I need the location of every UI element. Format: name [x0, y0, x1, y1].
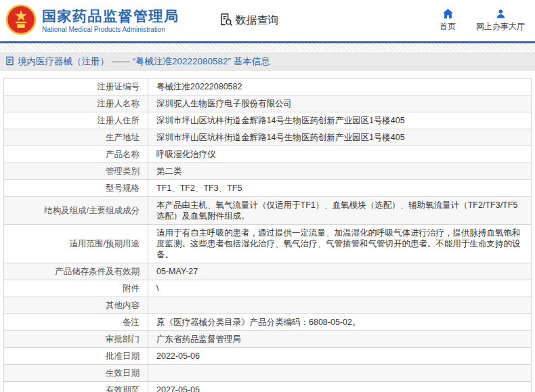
- table-row: 有效期至 2027-05-05: [4, 382, 532, 392]
- row-value: 原《医疗器械分类目录》产品分类编码：6808-05-02。: [148, 314, 532, 331]
- row-label: 批准日期: [106, 351, 140, 361]
- national-emblem-icon: [5, 4, 37, 38]
- row-value: 05-MAY-27: [148, 263, 532, 280]
- agency-name-zh: 国家药品监督管理局: [42, 8, 179, 24]
- registration-table-body: 注册证编号 粤械注准20222080582 注册人名称 深圳驼人生物医疗电子股份…: [4, 79, 532, 392]
- row-label: 产品储存条件及有效期: [55, 267, 140, 276]
- table-row: 适用范围/预期用途 适用于有自主呼吸的患者，通过提供一定流量、加温湿化的呼吸气体…: [4, 225, 532, 263]
- person-icon: [496, 9, 506, 19]
- row-label: 其他内容: [106, 301, 140, 310]
- table-row: 注册证编号 粤械注准20222080582: [4, 79, 532, 95]
- row-label: 审批部门: [106, 334, 140, 344]
- home-icon: [442, 9, 454, 19]
- row-value: TF1、TF2、TF3、TF5: [148, 180, 532, 197]
- table-row: 备注 原《医疗器械分类目录》产品分类编码：6808-05-02。: [4, 314, 532, 331]
- row-value: \: [148, 280, 532, 297]
- nav-data-query-label: 数据查询: [236, 14, 279, 28]
- row-value: 第二类: [148, 163, 532, 180]
- table-row: 产品储存条件及有效期 05-MAY-27: [4, 263, 532, 280]
- table-row: 生效日期: [4, 365, 532, 382]
- page-title: 境内医疗器械（注册） —— “粤械注准20222080582” 基本信息: [18, 56, 270, 68]
- row-value: 深圳驼人生物医疗电子股份有限公司: [148, 95, 532, 112]
- agency-name-en: National Medical Products Administration: [42, 26, 179, 33]
- row-label: 注册人名称: [98, 99, 140, 108]
- row-label: 备注: [123, 318, 140, 327]
- row-label: 生产地址: [106, 133, 140, 142]
- row-label: 注册证编号: [98, 82, 140, 91]
- row-value: 深圳市坪山区坑梓街道金辉路14号生物医药创新产业园区1号楼405: [148, 112, 532, 129]
- row-label: 有效期至: [106, 385, 140, 392]
- row-value: [148, 365, 532, 382]
- top-nav: 首页 网上办事大厅: [440, 9, 525, 32]
- table-row: 管理类别 第二类: [4, 163, 532, 180]
- row-value: 粤械注准20222080582: [148, 79, 532, 95]
- table-row: 生产地址 深圳市坪山区坑梓街道金辉路14号生物医药创新产业园区1号楼405: [4, 129, 532, 146]
- row-value: 深圳市坪山区坑梓街道金辉路14号生物医药创新产业园区1号楼405: [148, 129, 532, 146]
- row-label: 型号规格: [106, 183, 140, 193]
- row-value: 广东省药品监督管理局: [148, 331, 532, 348]
- row-label: 适用范围/预期用途: [70, 239, 140, 248]
- row-value: 本产品由主机、氧气流量计（仅适用于TF1）、血氧模块（选配）、辅助氧流量计（TF…: [148, 197, 532, 225]
- nav-online-hall-label: 网上办事大厅: [476, 21, 525, 32]
- document-icon: [5, 56, 14, 68]
- registration-info: 注册证编号 粤械注准20222080582 注册人名称 深圳驼人生物医疗电子股份…: [3, 78, 532, 392]
- document-search-icon: [219, 12, 233, 29]
- row-label: 产品名称: [106, 150, 140, 159]
- row-label: 附件: [123, 284, 140, 293]
- nav-data-query[interactable]: 数据查询: [219, 12, 279, 29]
- page-header: 国家药品监督管理局 National Medical Products Admi…: [0, 0, 535, 43]
- table-row: 其他内容: [4, 297, 532, 314]
- table-row: 审批部门 广东省药品监督管理局: [4, 331, 532, 348]
- row-value: [148, 297, 532, 314]
- row-label: 生效日期: [106, 368, 140, 378]
- row-value: 适用于有自主呼吸的患者，通过提供一定流量、加温湿化的呼吸气体进行治疗，提供脉搏血…: [148, 225, 532, 263]
- result-title-bar: 境内医疗器械（注册） —— “粤械注准20222080582” 基本信息: [0, 52, 535, 71]
- nav-home-label: 首页: [440, 21, 456, 32]
- table-row: 产品名称 呼吸湿化治疗仪: [4, 146, 532, 163]
- registration-table: 注册证编号 粤械注准20222080582 注册人名称 深圳驼人生物医疗电子股份…: [3, 78, 532, 392]
- agency-title-block: 国家药品监督管理局 National Medical Products Admi…: [42, 8, 179, 32]
- table-row: 附件 \: [4, 280, 532, 297]
- table-row: 注册人名称 深圳驼人生物医疗电子股份有限公司: [4, 95, 532, 112]
- row-label: 注册人住所: [98, 116, 140, 125]
- nav-home[interactable]: 首页: [440, 9, 456, 32]
- table-row: 批准日期 2022-05-06: [4, 348, 532, 365]
- decorative-hatch-strip: [0, 43, 535, 51]
- table-row: 结构及组成/主要组成成分 本产品由主机、氧气流量计（仅适用于TF1）、血氧模块（…: [4, 197, 532, 225]
- nav-online-hall[interactable]: 网上办事大厅: [476, 9, 525, 32]
- row-value: 呼吸湿化治疗仪: [148, 146, 532, 163]
- row-label: 管理类别: [106, 167, 140, 176]
- row-label: 结构及组成/主要组成成分: [44, 206, 140, 215]
- row-value: 2027-05-05: [148, 382, 532, 392]
- row-value: 2022-05-06: [148, 348, 532, 365]
- table-row: 型号规格 TF1、TF2、TF3、TF5: [4, 180, 532, 197]
- table-row: 注册人住所 深圳市坪山区坑梓街道金辉路14号生物医药创新产业园区1号楼405: [4, 112, 532, 129]
